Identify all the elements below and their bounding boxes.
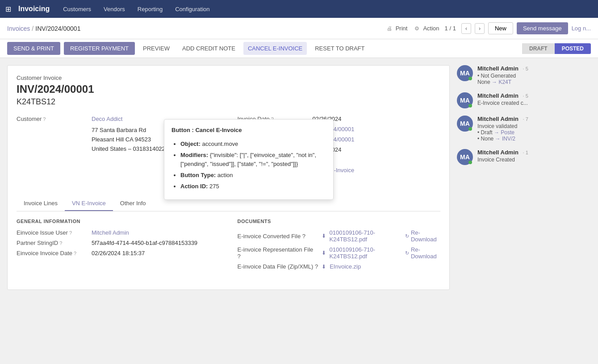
partner-string-help: ? (59, 240, 62, 246)
breadcrumb-parent[interactable]: Invoices (7, 25, 30, 32)
msg-header-3: Mitchell Admin · 1 (477, 149, 591, 156)
nav-controls: 🖨 Print ⚙ Action 1 / 1 ‹ › New Send mess… (387, 22, 591, 34)
breadcrumb: Invoices / INV/2024/00001 (7, 25, 80, 32)
document-area: Customer Invoice INV/2024/00001 K24TBS12… (7, 65, 450, 290)
online-indicator-2 (468, 127, 472, 131)
tab-two-col: GENERAL INFORMATION Einvoice Issue User … (17, 219, 440, 273)
print-label[interactable]: Print (396, 25, 408, 32)
sidebar-message-3: MA Mitchell Admin · 1 Invoice Created (457, 149, 591, 165)
nav-configuration[interactable]: Configuration (172, 4, 212, 14)
tooltip-action-id: Action ID: 275 (180, 182, 326, 191)
redownload-btn-0[interactable]: ↻ Re-Download (405, 229, 440, 243)
msg-content-2: Mitchell Admin · 7 Invoice validated • D… (477, 116, 591, 142)
breadcrumb-separator: / (32, 25, 33, 32)
msg-content-1: Mitchell Admin · 5 E-Invoice created c..… (477, 92, 591, 108)
msg-body-1: E-Invoice created c... (477, 100, 591, 106)
doc-file-link-1[interactable]: 0100109106-710-K24TBS12.pdf (330, 246, 401, 260)
cancel-einvoice-button[interactable]: CANCEL E-INVOICE (243, 42, 307, 55)
preview-button[interactable]: PREVIEW (138, 42, 174, 55)
download-icon-1: ⬇ (322, 250, 326, 256)
app-grid-icon[interactable]: ⊞ (5, 5, 11, 13)
msg-body-0: • Not Generated None → K24T (477, 73, 591, 85)
tooltip-object: Object: account.move (180, 140, 326, 149)
nav-reporting[interactable]: Reporting (135, 4, 165, 14)
print-icon[interactable]: 🖨 (387, 25, 392, 32)
status-bar: DRAFT POSTED (522, 43, 591, 54)
customer-label: Customer ? (17, 116, 88, 122)
sidebar-message-0: MA Mitchell Admin · 5 • Not Generated No… (457, 65, 591, 85)
status-draft: DRAFT (522, 43, 555, 54)
msg-content-3: Mitchell Admin · 1 Invoice Created (477, 149, 591, 165)
online-indicator-0 (468, 77, 472, 80)
tab-content-vn-einvoice: GENERAL INFORMATION Einvoice Issue User … (17, 211, 440, 281)
partner-string-id-label: Partner StringID ? (17, 240, 88, 246)
avatar-3: MA (457, 149, 473, 165)
nav-vendors[interactable]: Vendors (101, 4, 128, 14)
reset-to-draft-button[interactable]: RESET TO DRAFT (310, 42, 369, 55)
doc-file-label-2: E-invoice Data File (Zip/XML) ? (238, 263, 318, 270)
breadcrumb-bar: Invoices / INV/2024/00001 🖨 Print ⚙ Acti… (0, 18, 598, 39)
online-indicator-1 (468, 104, 472, 108)
status-posted: POSTED (555, 43, 591, 54)
einvoice-issue-user-value[interactable]: Mitchell Admin (92, 229, 129, 236)
log-note-button[interactable]: Log n... (572, 25, 591, 32)
new-button[interactable]: New (488, 22, 513, 34)
send-message-button[interactable]: Send message (517, 22, 568, 34)
document-type: Customer Invoice (17, 74, 440, 81)
msg-header-0: Mitchell Admin · 5 (477, 65, 591, 72)
avatar-0: MA (457, 65, 473, 81)
doc-file-link-0[interactable]: 0100109106-710-K24TBS12.pdf (330, 229, 401, 243)
msg-body-2: Invoice validated • Draft → Poste • None… (477, 123, 591, 142)
customer-help-icon: ? (43, 116, 46, 122)
general-info-col: GENERAL INFORMATION Einvoice Issue User … (17, 219, 220, 273)
tab-vn-einvoice[interactable]: VN E-Invoice (65, 196, 113, 211)
register-payment-button[interactable]: REGISTER PAYMENT (64, 42, 135, 55)
einvoice-date-value: 02/26/2024 18:15:37 (92, 250, 145, 256)
doc-file-row-2: E-invoice Data File (Zip/XML) ? ⬇ EInvoi… (238, 263, 441, 270)
download-icon-2: ⬇ (322, 264, 326, 270)
doc-file-row-0: E-invoice Converted File ? ⬇ 0100109106-… (238, 229, 441, 243)
send-print-button[interactable]: SEND & PRINT (7, 42, 60, 55)
msg-header-2: Mitchell Admin · 7 (477, 116, 591, 122)
redownload-btn-1[interactable]: ↻ Re-Download (405, 246, 440, 260)
tooltip-modifiers: Modifiers: {"invisible": ["|", ["einvoic… (180, 151, 326, 170)
einvoice-issue-user-label: Einvoice Issue User ? (17, 229, 88, 236)
doc-file-row-1: E-invoice Representation File ? ⬇ 010010… (238, 246, 441, 260)
doc-file-help-1: ? (238, 253, 241, 260)
msg-content-0: Mitchell Admin · 5 • Not Generated None … (477, 65, 591, 85)
gear-icon[interactable]: ⚙ (414, 25, 419, 32)
add-credit-note-button[interactable]: ADD CREDIT NOTE (178, 42, 240, 55)
nav-customers[interactable]: Customers (60, 4, 94, 14)
msg-header-1: Mitchell Admin · 5 (477, 92, 591, 99)
action-label[interactable]: Action (423, 25, 439, 32)
download-icon-0: ⬇ (322, 233, 326, 239)
doc-file-label-1: E-invoice Representation File ? (238, 246, 318, 260)
app-name: Invoicing (18, 5, 50, 13)
tab-invoice-lines[interactable]: Invoice Lines (17, 196, 65, 211)
refresh-icon-1: ↻ (405, 250, 409, 256)
customer-name[interactable]: Deco Addict (92, 116, 122, 122)
tooltip-button-type: Button Type: action (180, 171, 326, 180)
sidebar: MA Mitchell Admin · 5 • Not Generated No… (457, 65, 591, 290)
issue-user-help: ? (69, 230, 72, 236)
general-info-title: GENERAL INFORMATION (17, 219, 220, 224)
avatar-2: MA (457, 116, 473, 132)
online-indicator-3 (468, 161, 472, 164)
tooltip-popup: Button : Cancel E-Invoice Object: accoun… (164, 119, 334, 200)
nav-next-button[interactable]: › (475, 23, 485, 34)
doc-file-label-0: E-invoice Converted File ? (238, 233, 318, 240)
doc-file-link-2[interactable]: EInvoice.zip (330, 263, 361, 270)
einvoice-date-help: ? (74, 251, 76, 256)
msg-body-3: Invoice Created (477, 157, 591, 163)
top-navigation: ⊞ Invoicing Customers Vendors Reporting … (0, 0, 598, 18)
partner-string-id-value: 5f7aa4fd-4714-4450-b1af-c97884153339 (92, 240, 197, 246)
doc-file-help-0: ? (302, 233, 305, 240)
documents-col: DOCUMENTS E-invoice Converted File ? ⬇ 0… (238, 219, 441, 273)
documents-title: DOCUMENTS (238, 219, 441, 224)
action-bar: SEND & PRINT REGISTER PAYMENT PREVIEW AD… (0, 39, 598, 58)
sidebar-message-1: MA Mitchell Admin · 5 E-Invoice created … (457, 92, 591, 108)
document-number: INV/2024/00001 (17, 83, 440, 95)
tooltip-title: Button : Cancel E-Invoice (171, 126, 326, 135)
nav-prev-button[interactable]: ‹ (461, 23, 471, 34)
tab-other-info[interactable]: Other Info (113, 196, 153, 211)
